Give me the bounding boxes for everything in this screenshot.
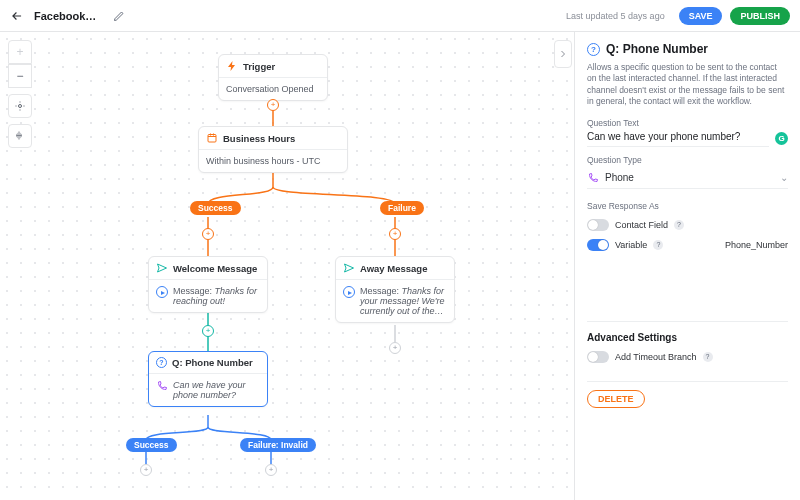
last-updated-label: Last updated 5 days ago (566, 11, 665, 21)
advanced-settings-heading: Advanced Settings (587, 321, 788, 343)
delete-button[interactable]: DELETE (587, 390, 645, 408)
question-text-label: Question Text (587, 118, 788, 128)
node-body: Within business hours - UTC (199, 149, 347, 172)
node-title: Trigger (243, 61, 275, 72)
play-icon (156, 286, 168, 298)
timeout-label: Add Timeout Branch (615, 352, 697, 362)
question-type-label: Question Type (587, 155, 788, 165)
contact-field-toggle[interactable] (587, 219, 609, 231)
node-business-hours[interactable]: Business Hours Within business hours - U… (198, 126, 348, 173)
question-icon: ? (156, 357, 167, 368)
add-step-button[interactable]: + (389, 228, 401, 240)
workflow-canvas[interactable]: + − (0, 32, 574, 500)
help-icon[interactable]: ? (674, 220, 684, 230)
collapse-panel-button[interactable] (554, 40, 572, 68)
node-title: Away Message (360, 263, 427, 274)
question-text-input[interactable]: Can we have your phone number? (587, 131, 769, 147)
add-step-button[interactable]: + (140, 464, 152, 476)
branch-pill-failure-invalid: Failure: Invalid (240, 438, 316, 452)
save-button[interactable]: SAVE (679, 7, 723, 25)
node-body: Conversation Opened (219, 77, 327, 100)
node-title: Welcome Message (173, 263, 257, 274)
node-body: Can we have your phone number? (173, 380, 260, 400)
node-trigger[interactable]: Trigger Conversation Opened (218, 54, 328, 101)
phone-icon (156, 380, 168, 392)
add-step-button[interactable]: + (267, 99, 279, 111)
node-title: Q: Phone Number (172, 357, 253, 368)
save-response-label: Save Response As (587, 201, 788, 211)
panel-description: Allows a specific question to be sent to… (587, 62, 788, 108)
add-step-button[interactable]: + (202, 228, 214, 240)
variable-toggle[interactable] (587, 239, 609, 251)
send-icon (156, 262, 168, 274)
svg-rect-10 (208, 135, 216, 143)
variable-name-input[interactable]: Phone_Number (725, 240, 788, 250)
node-question-phone[interactable]: ? Q: Phone Number Can we have your phone… (148, 351, 268, 407)
branch-pill-failure: Failure (380, 201, 424, 215)
grammarly-icon: G (775, 132, 788, 145)
publish-button[interactable]: PUBLISH (730, 7, 790, 25)
add-step-button[interactable]: + (202, 325, 214, 337)
question-type-select[interactable]: Phone ⌄ (587, 168, 788, 189)
add-step-button[interactable]: + (265, 464, 277, 476)
add-step-button[interactable]: + (389, 342, 401, 354)
question-icon: ? (587, 43, 600, 56)
node-title: Business Hours (223, 133, 295, 144)
branch-pill-success: Success (190, 201, 241, 215)
help-icon[interactable]: ? (653, 240, 663, 250)
variable-label: Variable (615, 240, 647, 250)
back-button[interactable] (10, 9, 24, 23)
send-icon (343, 262, 355, 274)
panel-title: Q: Phone Number (606, 42, 708, 56)
phone-icon (587, 172, 599, 184)
chevron-down-icon: ⌄ (780, 172, 788, 183)
node-away-message[interactable]: Away Message Message: Thanks for your me… (335, 256, 455, 323)
play-icon (343, 286, 355, 298)
topbar: Facebook… Last updated 5 days ago SAVE P… (0, 0, 800, 32)
bolt-icon (226, 60, 238, 72)
node-welcome-message[interactable]: Welcome Message Message: Thanks for reac… (148, 256, 268, 313)
timeout-toggle[interactable] (587, 351, 609, 363)
workflow-title: Facebook… (34, 10, 96, 22)
branch-pill-success: Success (126, 438, 177, 452)
calendar-icon (206, 132, 218, 144)
edit-title-button[interactable] (112, 9, 126, 23)
help-icon[interactable]: ? (703, 352, 713, 362)
contact-field-label: Contact Field (615, 220, 668, 230)
details-panel: ? Q: Phone Number Allows a specific ques… (574, 32, 800, 500)
